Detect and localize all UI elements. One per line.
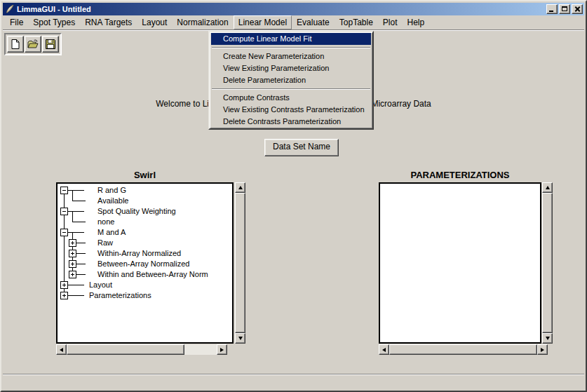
collapse-icon[interactable] [60, 187, 68, 194]
tree-node-label[interactable]: Parameterizations [89, 290, 151, 301]
menu-item-compute-contrasts[interactable]: Compute Contrasts [211, 92, 371, 104]
tree-node-m-and-a[interactable]: M and A [58, 227, 232, 238]
toolbar [4, 33, 62, 55]
open-file-button[interactable] [25, 36, 41, 53]
tree-rows: R and GAvailableSpot Quality Weightingno… [58, 184, 232, 301]
tree-node-available[interactable]: Available [58, 196, 232, 206]
menubar-item-evaluate[interactable]: Evaluate [292, 15, 335, 29]
scroll-left-button[interactable] [56, 344, 67, 355]
scroll-thumb[interactable] [235, 193, 245, 333]
menubar-item-toptable[interactable]: TopTable [335, 15, 378, 29]
new-file-button[interactable] [7, 36, 24, 53]
menubar-item-rna-targets[interactable]: RNA Targets [80, 15, 137, 29]
dataset-tree[interactable]: R and GAvailableSpot Quality Weightingno… [56, 182, 234, 344]
open-folder-icon [27, 39, 39, 50]
tree-connector-line [72, 211, 73, 217]
scroll-thumb[interactable] [542, 193, 553, 333]
menubar-item-file[interactable]: File [5, 15, 28, 29]
scroll-thumb[interactable] [67, 344, 184, 355]
tree-connector-line [68, 295, 84, 296]
menubar-item-layout[interactable]: Layout [137, 15, 172, 29]
menubar: FileSpot TypesRNA TargetsLayoutNormaliza… [3, 15, 584, 29]
save-file-button[interactable] [42, 36, 59, 53]
scroll-trough[interactable] [184, 344, 217, 355]
scroll-right-button[interactable] [537, 344, 548, 355]
tree-vertical-scrollbar[interactable] [235, 182, 245, 344]
tree-node-label[interactable]: R and G [97, 185, 126, 196]
tree-node-parameterizations[interactable]: Parameterizations [58, 290, 232, 301]
tree-node-label[interactable]: Available [97, 196, 128, 206]
tree-node-label[interactable]: none [97, 217, 114, 227]
minimize-button[interactable] [546, 4, 558, 14]
arrow-up-icon [546, 186, 550, 189]
tree-node-label[interactable]: Within-Array Normalized [97, 248, 181, 259]
maximize-button[interactable] [559, 4, 570, 14]
menu-item-delete-contrasts-parameterization[interactable]: Delete Contrasts Parameterization [211, 116, 371, 128]
parameterizations-listbox[interactable] [379, 182, 541, 344]
menubar-item-plot[interactable]: Plot [378, 15, 403, 29]
tree-node-raw[interactable]: Raw [58, 238, 232, 248]
menu-separator [212, 88, 370, 90]
expand-icon[interactable] [69, 260, 76, 268]
tree-node-within-array-normalized[interactable]: Within-Array Normalized [58, 248, 232, 259]
collapse-icon[interactable] [60, 229, 68, 236]
scroll-up-button[interactable] [235, 182, 245, 193]
scroll-right-button[interactable] [217, 344, 227, 355]
maximize-icon [562, 6, 567, 11]
tree-node-label[interactable]: M and A [97, 227, 126, 238]
tree-node-within-and-between-array-norm[interactable]: Within and Between-Array Norm [58, 269, 232, 280]
arrow-right-icon [220, 348, 224, 352]
window-titlebar: LimmaGUI - Untitled [3, 3, 584, 15]
menu-item-view-existing-contrasts-parameterization[interactable]: View Existing Contrasts Parameterization [211, 104, 371, 116]
scroll-left-button[interactable] [379, 344, 389, 355]
menu-item-view-existing-parameterization[interactable]: View Existing Parameterization [211, 62, 371, 74]
menu-separator [212, 47, 370, 48]
tree-node-layout[interactable]: Layout [58, 280, 232, 290]
tree-node-label[interactable]: Layout [89, 280, 112, 290]
menubar-item-linear-model[interactable]: Linear Model [234, 15, 292, 29]
tree-node-label[interactable]: Between-Array Normalized [97, 259, 189, 269]
expand-icon[interactable] [60, 292, 68, 299]
menubar-item-spot-types[interactable]: Spot Types [28, 15, 80, 29]
arrow-left-icon [382, 348, 386, 352]
tree-node-spot-quality-weighting[interactable]: Spot Quality Weighting [58, 206, 232, 217]
tree-node-label[interactable]: Within and Between-Array Norm [97, 269, 208, 280]
scroll-thumb[interactable] [389, 344, 537, 355]
menubar-item-normalization[interactable]: Normalization [172, 15, 233, 29]
tree-connector-line [72, 232, 73, 238]
collapse-icon[interactable] [60, 208, 68, 215]
menu-item-delete-parameterization[interactable]: Delete Parameterization [211, 74, 371, 86]
linear-model-dropdown-menu: Compute Linear Model FitCreate New Param… [208, 31, 374, 130]
tree-connector-line [76, 253, 86, 254]
data-set-name-button[interactable]: Data Set Name [264, 139, 339, 156]
tree-connector-line [68, 190, 84, 191]
scroll-down-button[interactable] [235, 333, 245, 344]
tree-node-label[interactable]: Raw [97, 238, 113, 248]
arrow-down-icon [546, 337, 550, 340]
expand-icon[interactable] [69, 239, 76, 247]
tree-node-none[interactable]: none [58, 217, 232, 227]
tree-connector-line [72, 201, 86, 201]
tk-feather-icon [5, 4, 15, 14]
expand-icon[interactable] [69, 250, 76, 257]
scroll-down-button[interactable] [542, 333, 553, 344]
tree-horizontal-scrollbar[interactable] [56, 344, 227, 355]
window-title: LimmaGUI - Untitled [17, 5, 545, 13]
bottom-divider [3, 374, 584, 375]
tree-connector-line [68, 285, 84, 285]
menubar-item-help[interactable]: Help [403, 15, 430, 29]
scroll-up-button[interactable] [542, 182, 553, 193]
expand-icon[interactable] [69, 271, 76, 278]
menu-item-compute-linear-model-fit[interactable]: Compute Linear Model Fit [211, 33, 371, 45]
tree-node-between-array-normalized[interactable]: Between-Array Normalized [58, 259, 232, 269]
parameterizations-horizontal-scrollbar[interactable] [379, 344, 548, 355]
expand-icon[interactable] [60, 281, 68, 289]
tree-connector-line [72, 190, 73, 196]
menu-item-create-new-parameterization[interactable]: Create New Parameterization [211, 50, 371, 62]
new-document-icon [10, 39, 21, 50]
tree-node-label[interactable]: Spot Quality Weighting [97, 206, 176, 217]
parameterizations-vertical-scrollbar[interactable] [542, 182, 553, 344]
close-button[interactable] [572, 4, 583, 14]
right-panel-title: PARAMETERIZATIONS [379, 170, 541, 180]
tree-node-r-and-g[interactable]: R and G [58, 185, 232, 196]
